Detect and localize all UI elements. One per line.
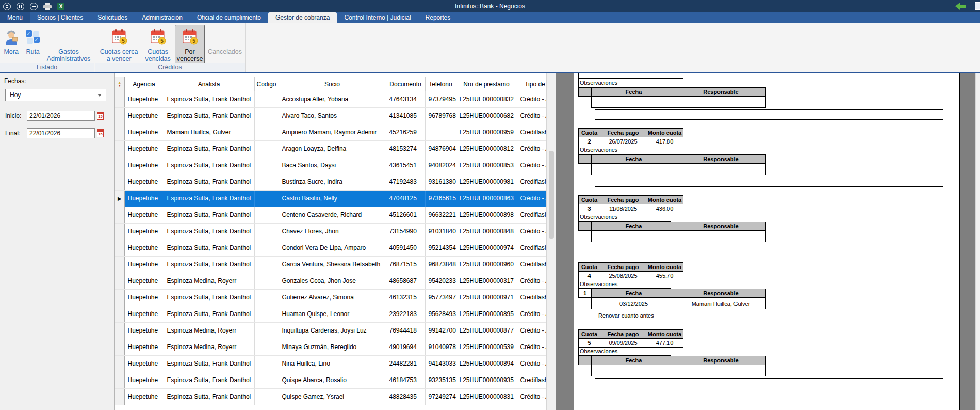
cell-agencia: Huepetuhe: [124, 339, 164, 355]
grid-row[interactable]: Huepetuhe Espinoza Sutta, Frank Danthol …: [115, 140, 546, 157]
cancelados-button[interactable]: Cancelados: [207, 25, 243, 64]
cell-agencia: Huepetuhe: [124, 273, 164, 289]
cuotas-vencidas-button[interactable]: 5 Cuotas vencidas: [143, 25, 173, 64]
cell-codigo: [254, 124, 279, 140]
date-range-select[interactable]: Hoy: [5, 89, 106, 101]
grid-row[interactable]: Huepetuhe Espinoza Sutta, Frank Danthol …: [115, 157, 546, 174]
cell-socio: Castro Basilio, Nelly: [279, 190, 386, 207]
cell-agencia: Huepetuhe: [124, 372, 164, 388]
col-agencia[interactable]: Agencia: [124, 77, 164, 91]
grid-row[interactable]: Huepetuhe Espinoza Sutta, Frank Danthol …: [115, 91, 546, 107]
cuota-block: Cuota Fecha pago Monto cuota 5 09/09/202…: [578, 329, 959, 388]
row-indicator: [115, 174, 124, 190]
observation-note: [595, 244, 943, 254]
scrollbar-thumb[interactable]: [549, 151, 554, 239]
inicio-calendar-icon[interactable]: 15: [97, 112, 104, 120]
col-analista[interactable]: Analista: [164, 77, 254, 91]
cell-documento: 48658687: [386, 273, 425, 289]
grid-row[interactable]: Huepetuhe Espinoza Sutta, Frank Danthol …: [115, 240, 546, 256]
col-codigo[interactable]: Codigo: [254, 77, 279, 91]
observaciones-label: Observaciones: [578, 280, 671, 289]
grid-row[interactable]: Huepetuhe Espinoza Sutta, Frank Danthol …: [115, 355, 546, 372]
cell-socio: Condori Vera De Lipa, Amparo: [279, 240, 386, 256]
grid-row[interactable]: Huepetuhe Espinoza Sutta, Frank Danthol …: [115, 306, 546, 322]
back-arrow-icon[interactable]: [955, 3, 966, 10]
inicio-date-input[interactable]: 22/01/2026: [27, 111, 95, 121]
cuota-monto: 455.70: [646, 272, 683, 280]
cell-telefono: 932351354: [425, 372, 456, 388]
sort-header[interactable]: ▲▼: [115, 77, 124, 91]
cell-agencia: Huepetuhe: [124, 174, 164, 190]
grid-row[interactable]: Huepetuhe Espinoza Sutta, Frank Danthol …: [115, 223, 546, 240]
cell-codigo: [254, 107, 279, 124]
cell-codigo: [254, 223, 279, 240]
tab-oficial-cumplimiento[interactable]: Oficial de cumplimiento: [190, 12, 268, 23]
gastos-administrativos-button[interactable]: Gastos Administrativos: [45, 25, 93, 64]
detail-vertical-scrollbar[interactable]: [975, 73, 980, 410]
grid-row[interactable]: Huepetuhe Espinoza Medina, Royerr Gonzal…: [115, 273, 546, 289]
mora-button[interactable]: Mora: [2, 25, 21, 64]
cell-agencia: Huepetuhe: [124, 91, 164, 107]
col-nro-prestamo[interactable]: Nro de prestamo: [456, 77, 517, 91]
cuota-monto: [646, 73, 683, 79]
cuota-block: Cuota Fecha pago Monto cuota Observacion…: [578, 73, 959, 120]
cell-telefono: 952143549: [425, 240, 456, 256]
final-calendar-icon[interactable]: 15: [97, 129, 104, 137]
obs-count: [579, 88, 592, 97]
grid-row[interactable]: Huepetuhe Espinoza Sutta, Frank Danthol …: [115, 174, 546, 190]
ruta-button[interactable]: ✓ ✓ Ruta: [23, 25, 43, 64]
cuota-header: Cuota: [579, 196, 600, 204]
cell-codigo: [254, 339, 279, 355]
cell-nro-prestamo: L25HUE000000848: [456, 223, 517, 240]
monto-cuota-header: Monto cuota: [646, 129, 683, 137]
cell-agencia: Huepetuhe: [124, 207, 164, 223]
cell-tipo-prestamo: Crédito - A: [517, 190, 546, 207]
document-edge-icon[interactable]: [975, 2, 980, 10]
col-documento[interactable]: Documento: [386, 77, 425, 91]
grid-row[interactable]: Huepetuhe Espinoza Sutta, Frank Danthol …: [115, 289, 546, 306]
row-indicator: [115, 91, 124, 107]
cell-nro-prestamo: L25HUE000000317: [456, 273, 517, 289]
cell-nro-prestamo: L25HUE000000895: [456, 306, 517, 322]
grid-row[interactable]: Huepetuhe Espinoza Sutta, Frank Danthol …: [115, 388, 546, 405]
tab-gestor-cobranza[interactable]: Gestor de cobranza: [268, 12, 337, 23]
grid-vertical-scrollbar[interactable]: [546, 73, 556, 410]
col-tipo-prestamo[interactable]: Tipo de p: [517, 77, 546, 91]
cuota-table: Cuota Fecha pago Monto cuota 3 11/08/202…: [578, 195, 683, 213]
cell-socio: Quispe Gamez, Ysrael: [279, 388, 386, 405]
grid-row[interactable]: Huepetuhe Espinoza Sutta, Frank Danthol …: [115, 207, 546, 223]
cell-telefono: 941430336: [425, 355, 456, 372]
tab-administracion[interactable]: Administración: [135, 12, 190, 23]
svg-text:5: 5: [192, 38, 195, 44]
grid-row[interactable]: Huepetuhe Espinoza Medina, Royerr Minaya…: [115, 339, 546, 355]
cell-codigo: [254, 289, 279, 306]
cuotas-cerca-a-vencer-button[interactable]: 5 Cuotas cerca a vencer: [97, 25, 141, 64]
final-date-input[interactable]: 22/01/2026: [27, 128, 95, 138]
cell-nro-prestamo: L25HUE000000974: [456, 240, 517, 256]
titlebar: X Infinitus::Bank - Negocios: [0, 0, 980, 12]
grid-row[interactable]: Huepetuhe Espinoza Sutta, Frank Danthol …: [115, 107, 546, 124]
cell-codigo: [254, 372, 279, 388]
grid-row[interactable]: Huepetuhe Espinoza Sutta, Frank Danthol …: [115, 372, 546, 388]
cell-nro-prestamo: L25HUE000000831: [456, 388, 517, 405]
col-socio[interactable]: Socio: [279, 77, 386, 91]
grid-row[interactable]: Huepetuhe Espinoza Sutta, Frank Danthol …: [115, 256, 546, 273]
col-telefono[interactable]: Telefono: [425, 77, 456, 91]
cuota-monto: 477.10: [646, 339, 683, 348]
cell-tipo-prestamo: Crédito - A: [517, 140, 546, 157]
cell-analista: Espinoza Sutta, Frank Danthol: [164, 256, 254, 273]
cell-analista: Espinoza Sutta, Frank Danthol: [164, 240, 254, 256]
cell-nro-prestamo: L25HUE000000894: [456, 355, 517, 372]
grid-row[interactable]: Huepetuhe Mamani Huillca, Gulver Ampuero…: [115, 124, 546, 140]
tab-solicitudes[interactable]: Solicitudes: [90, 12, 135, 23]
cuota-table: Cuota Fecha pago Monto cuota 4 25/08/202…: [578, 262, 683, 280]
grid-row[interactable]: Huepetuhe Espinoza Medina, Royerr Inquil…: [115, 322, 546, 339]
filters-panel: Fechas: Hoy Inicio: 22/01/2026 15 Final:…: [0, 73, 115, 410]
tab-control-interno-judicial[interactable]: Control Interno | Judicial: [337, 12, 418, 23]
por-vencerse-button[interactable]: 5 Por vencerse: [175, 25, 205, 64]
tab-reportes[interactable]: Reportes: [418, 12, 458, 23]
tab-socios-clientes[interactable]: Socios | Clientes: [30, 12, 90, 23]
svg-text:5: 5: [122, 38, 125, 44]
grid-row[interactable]: ▶ Huepetuhe Espinoza Sutta, Frank Dantho…: [115, 190, 546, 207]
tab-menu[interactable]: Menú: [0, 12, 30, 23]
